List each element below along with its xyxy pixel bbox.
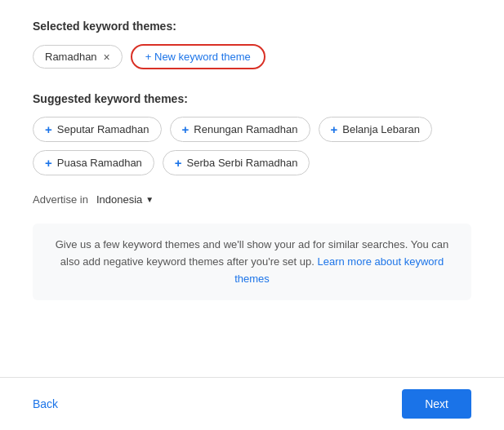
suggested-chips-container: + Seputar Ramadhan + Renungan Ramadhan +… — [33, 117, 471, 175]
learn-more-link[interactable]: Learn more about keyword themes — [234, 255, 444, 285]
chevron-down-icon: ▼ — [145, 195, 154, 204]
plus-icon: + — [45, 123, 52, 135]
suggest-chip-label: Serba Serbi Ramadhan — [187, 157, 298, 169]
suggest-chip-label: Belanja Lebaran — [342, 123, 420, 135]
suggest-chip-seputar-ramadhan[interactable]: + Seputar Ramadhan — [33, 117, 162, 142]
suggest-chip-label: Puasa Ramadhan — [57, 157, 142, 169]
back-button[interactable]: Back — [33, 397, 58, 410]
suggested-themes-label: Suggested keyword themes: — [33, 92, 471, 105]
suggest-chip-belanja-lebaran[interactable]: + Belanja Lebaran — [319, 117, 432, 142]
suggest-chip-puasa-ramadhan[interactable]: + Puasa Ramadhan — [33, 150, 154, 175]
selected-themes-label: Selected keyword themes: — [33, 20, 471, 33]
suggest-chip-label: Renungan Ramadhan — [194, 123, 297, 135]
remove-chip-button[interactable]: × — [104, 51, 110, 63]
selected-chip-text: Ramadhan — [45, 51, 97, 63]
suggested-themes-section: Suggested keyword themes: + Seputar Rama… — [33, 92, 471, 175]
advertise-country-dropdown[interactable]: Indonesia ▼ — [96, 193, 154, 206]
suggest-chip-serba-serbi-ramadhan[interactable]: + Serba Serbi Ramadhan — [163, 150, 310, 175]
advertise-row: Advertise in Indonesia ▼ — [33, 193, 471, 206]
new-keyword-theme-button[interactable]: + New keyword theme — [131, 44, 265, 69]
plus-icon: + — [182, 123, 190, 135]
selected-themes-row: Ramadhan × + New keyword theme — [33, 44, 471, 69]
advertise-country: Indonesia — [96, 193, 142, 206]
plus-icon: + — [331, 123, 338, 135]
suggest-chip-label: Seputar Ramadhan — [57, 123, 149, 135]
plus-icon: + — [175, 157, 182, 169]
selected-chip-ramadhan: Ramadhan × — [33, 45, 123, 69]
advertise-label: Advertise in — [33, 193, 88, 206]
plus-icon: + — [45, 157, 52, 169]
suggest-chip-renungan-ramadhan[interactable]: + Renungan Ramadhan — [170, 117, 310, 142]
info-box: Give us a few keyword themes and we'll s… — [33, 224, 471, 300]
footer: Back Next — [0, 377, 504, 430]
next-button[interactable]: Next — [402, 389, 471, 419]
